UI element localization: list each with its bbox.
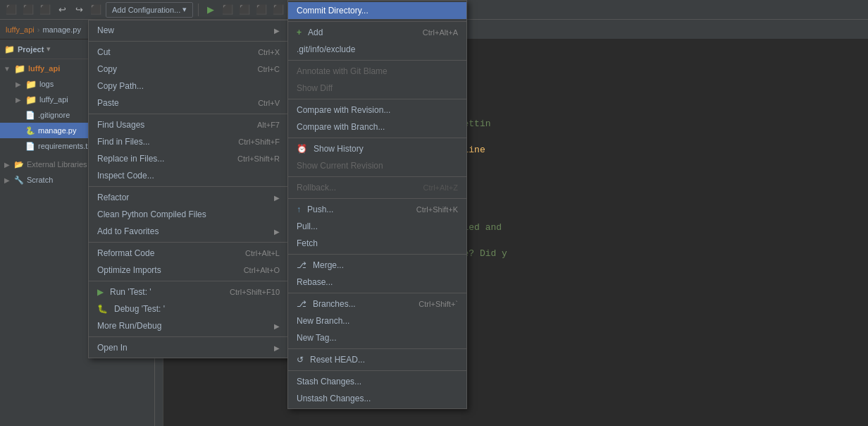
menu-separator [89, 242, 288, 243]
add-configuration-button[interactable]: Add Configuration... ▾ [106, 2, 193, 18]
menu-item-label: Unstash Changes... [297, 394, 371, 403]
menu-item-reset-head[interactable]: ↺ Reset HEAD... [288, 351, 466, 368]
menu-item-fetch[interactable]: Fetch [288, 235, 466, 252]
run-icon[interactable]: ▶ [204, 3, 218, 17]
menu-item-label: Stash Changes... [297, 377, 361, 387]
menu-item-paste[interactable]: Paste Ctrl+V [89, 95, 288, 111]
toolbar-icon-2[interactable]: ⬛ [21, 3, 35, 17]
coverage-icon[interactable]: ⬛ [237, 3, 252, 17]
menu-item-rebase[interactable]: Rebase... [288, 274, 466, 291]
toolbar-icon-1[interactable]: ⬛ [4, 3, 18, 17]
folder-icon: 📁 [25, 95, 37, 105]
folder-icon: 🔧 [14, 176, 24, 185]
menu-shortcut: Ctrl+Alt+A [423, 28, 458, 37]
folder-icon: 📁 [25, 79, 37, 90]
sidebar-title: Project [18, 45, 44, 54]
menu-item-new-branch[interactable]: New Branch... [288, 312, 466, 329]
menu-item-label: Reset HEAD... [310, 355, 365, 365]
menu-item-copy[interactable]: Copy Ctrl+C [89, 61, 288, 78]
tree-item-label: requirements.txt [38, 142, 94, 150]
menu-item-label: Copy Path... [97, 81, 144, 91]
menu-item-label: Find Usages [97, 120, 144, 130]
submenu-arrow-icon: ▶ [274, 228, 280, 236]
menu-item-label: Refactor [97, 193, 129, 202]
menu-item-label: New Tag... [297, 333, 336, 343]
menu-item-commit-directory[interactable]: Commit Directory... [288, 2, 466, 19]
menu-item-new[interactable]: New ▶ [89, 22, 288, 39]
menu-item-label: Rollback... [297, 183, 336, 193]
menu-shortcut: Ctrl+Alt+O [244, 266, 280, 274]
menu-item-push[interactable]: ↑ Push... Ctrl+Shift+K [288, 201, 466, 218]
menu-item-find-in-files[interactable]: Find in Files... Ctrl+Shift+F [89, 133, 288, 150]
menu-item-label: .git/info/exclude [297, 44, 355, 54]
menu-item-find-usages[interactable]: Find Usages Alt+F7 [89, 116, 288, 133]
menu-separator [288, 138, 466, 138]
submenu-arrow-icon: ▶ [274, 27, 280, 35]
sidebar-dropdown-icon[interactable]: ▾ [46, 44, 51, 54]
toolbar-separator [198, 4, 199, 16]
menu-item-label: Debug 'Test: ' [114, 304, 165, 314]
toolbar-icon-5[interactable]: ⬛ [89, 3, 103, 17]
menu-item-clean-python[interactable]: Clean Python Compiled Files [89, 206, 288, 223]
menu-item-label: Replace in Files... [97, 154, 164, 164]
submenu-arrow-icon: ▶ [274, 194, 280, 202]
stop-icon[interactable]: ⬛ [271, 3, 285, 17]
menu-item-reformat[interactable]: Reformat Code Ctrl+Alt+L [89, 245, 288, 262]
menu-item-label: Pull... [297, 221, 318, 231]
menu-item-inspect-code[interactable]: Inspect Code... [89, 167, 288, 184]
menu-shortcut: Ctrl+Shift+R [237, 154, 280, 163]
menu-shortcut: Ctrl+X [258, 48, 280, 56]
menu-item-label: New [97, 25, 114, 35]
menu-shortcut: Ctrl+Alt+Z [423, 183, 458, 192]
menu-item-pull[interactable]: Pull... [288, 218, 466, 235]
menu-item-label: Add [308, 28, 323, 37]
tree-item-label: luffy_api [39, 95, 68, 104]
menu-item-label: Add to Favorites [97, 226, 159, 236]
menu-item-refactor[interactable]: Refactor ▶ [89, 189, 288, 206]
menu-item-run[interactable]: ▶ Run 'Test: ' Ctrl+Shift+F10 [89, 284, 288, 300]
profile-icon[interactable]: ⬛ [254, 3, 268, 17]
toolbar-icon-3[interactable]: ⬛ [38, 3, 52, 17]
menu-item-replace-in-files[interactable]: Replace in Files... Ctrl+Shift+R [89, 150, 288, 167]
menu-item-label: Run 'Test: ' [110, 287, 151, 297]
menu-item-stash[interactable]: Stash Changes... [288, 373, 466, 390]
menu-item-cut[interactable]: Cut Ctrl+X [89, 44, 288, 61]
file-icon: 🐍 [25, 126, 35, 135]
menu-item-more-run[interactable]: More Run/Debug ▶ [89, 317, 288, 334]
expand-icon: ▶ [3, 161, 11, 169]
breadcrumb-project[interactable]: luffy_api [6, 25, 35, 34]
menu-item-label: Paste [97, 98, 119, 108]
menu-item-add-favorites[interactable]: Add to Favorites ▶ [89, 223, 288, 240]
menu-item-annotate-blame: Annotate with Git Blame [288, 63, 466, 80]
menu-item-open-in[interactable]: Open In ▶ [89, 339, 288, 356]
breadcrumb-file[interactable]: manage.py [42, 25, 80, 34]
context-menu-main: New ▶ Cut Ctrl+X Copy Ctrl+C Copy Path..… [88, 20, 289, 358]
menu-item-compare-revision[interactable]: Compare with Revision... [288, 102, 466, 118]
menu-item-unstash[interactable]: Unstash Changes... [288, 390, 466, 407]
menu-shortcut: Ctrl+V [258, 99, 280, 107]
menu-item-add[interactable]: + Add Ctrl+Alt+A [288, 24, 466, 41]
debug-icon[interactable]: ⬛ [221, 3, 235, 17]
menu-item-label: Optimize Imports [97, 265, 161, 275]
menu-item-label: Commit Directory... [297, 6, 368, 16]
clock-icon: ⏰ [297, 144, 307, 154]
menu-item-copy-path[interactable]: Copy Path... [89, 78, 288, 95]
expand-icon: ▶ [14, 80, 23, 88]
menu-item-optimize-imports[interactable]: Optimize Imports Ctrl+Alt+O [89, 262, 288, 279]
menu-item-new-tag[interactable]: New Tag... [288, 329, 466, 346]
toolbar-icon-redo[interactable]: ↪ [72, 3, 86, 17]
menu-item-branches[interactable]: ⎇ Branches... Ctrl+Shift+` [288, 296, 466, 312]
merge-icon: ⎇ [297, 260, 306, 270]
menu-item-debug[interactable]: 🐛 Debug 'Test: ' [89, 300, 288, 317]
menu-separator [288, 198, 466, 199]
menu-item-gitinfo-exclude[interactable]: .git/info/exclude [288, 41, 466, 58]
menu-item-show-history[interactable]: ⏰ Show History [288, 140, 466, 157]
menu-item-merge[interactable]: ⎇ Merge... [288, 257, 466, 274]
menu-item-compare-branch[interactable]: Compare with Branch... [288, 118, 466, 135]
debug-icon: 🐛 [97, 304, 108, 314]
menu-shortcut: Ctrl+C [258, 65, 280, 73]
menu-item-show-diff: Show Diff [288, 80, 466, 97]
menu-separator [288, 60, 466, 61]
menu-separator [89, 281, 288, 281]
toolbar-icon-undo[interactable]: ↩ [55, 3, 69, 17]
